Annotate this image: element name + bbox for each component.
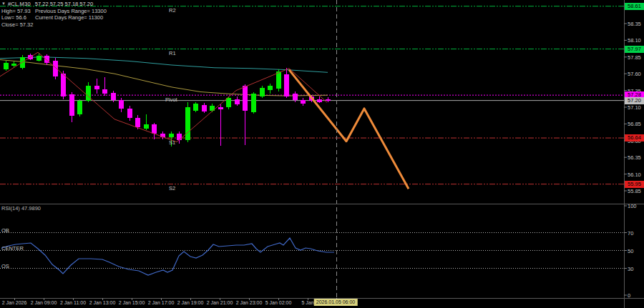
level-label-s2: S2 (169, 185, 175, 192)
rsi-tick-label: 0 (628, 292, 630, 299)
crosshair-time-badge: 2026.01.05 06:00 (314, 299, 358, 306)
level-label-pivot: Pivot (165, 96, 177, 103)
price-tick-label: 58.35 (628, 21, 641, 27)
price-tick-label: 56.10 (628, 172, 641, 178)
price-badge-resistance: 57.97 (625, 46, 644, 53)
price-tick-label: 57.85 (628, 54, 641, 61)
price-badge-resistance: 58.61 (625, 3, 644, 10)
price-tick-label: 56.35 (628, 154, 641, 161)
time-axis-label: 2 Jan 2026 (2, 299, 27, 306)
rsi-tick-label: 70 (628, 230, 633, 237)
info-row-high: High= 57.93Previous Days Range= 13300 (1, 8, 107, 15)
time-axis-label: 2 Jan 13:00 (89, 299, 116, 306)
time-axis-label: 2 Jan 11:00 (60, 299, 86, 306)
time-axis-label: 2 Jan 21:00 (207, 299, 233, 306)
symbol-period-label: #CL,M30 (8, 1, 31, 7)
rsi-indicator-title: RSI(14) 47.9890 (1, 205, 41, 212)
price-badge-support: 55.95 (625, 181, 644, 188)
rsi-line (2, 238, 334, 275)
zigzag-line (0, 52, 327, 142)
level-label-r1: R1 (169, 50, 176, 56)
time-axis-label: 2 Jan 17:00 (148, 299, 175, 306)
price-badge-support: 56.64 (625, 134, 644, 141)
price-tick-label: 57.10 (628, 104, 641, 111)
close-readout: Close= 57.32 (1, 21, 33, 28)
rsi-level-label-ob: OB (1, 227, 9, 234)
rsi-tick-label: 50 (628, 248, 633, 254)
trading-chart-window: ▼#CL,M3057.22 57.25 57.18 57.20 High= 57… (0, 0, 644, 308)
time-axis-label: 5 Jan 02:00 (265, 299, 292, 306)
price-tick-label: 57.60 (628, 71, 641, 77)
price-tick-label: 58.10 (628, 37, 641, 44)
chart-canvas[interactable] (0, 0, 644, 308)
rsi-level-label-os: OS (1, 263, 9, 269)
rsi-level-label-center: CENTER (1, 245, 24, 252)
symbol-info-panel: ▼#CL,M3057.22 57.25 57.18 57.20 High= 57… (1, 1, 107, 28)
high-readout: High= 57.93 (1, 8, 34, 15)
rsi-tick-label: 100 (628, 203, 637, 209)
prev-range-readout: Previous Days Range= 13300 (35, 8, 107, 14)
time-axis-label: 5 Jan (301, 299, 313, 306)
price-tick-label: 56.85 (628, 121, 641, 127)
time-axis-label: 2 Jan 19:00 (177, 299, 204, 306)
ohlc-readout: 57.22 57.25 57.18 57.20 (35, 1, 93, 7)
forecast-line (289, 70, 409, 189)
low-readout: Low= 56.6 (1, 14, 34, 21)
rsi-tick-label: 30 (628, 266, 633, 272)
time-axis-label: 2 Jan 15:00 (119, 299, 145, 306)
time-axis-label: 2 Jan 09:00 (31, 299, 57, 306)
price-badge-current: 57.20 (625, 97, 644, 104)
price-tick-label: 55.85 (628, 188, 641, 194)
time-axis-label: 2 Jan 23:00 (236, 299, 263, 306)
symbol-dropdown-icon[interactable]: ▼ (1, 1, 6, 8)
level-label-r2: R2 (169, 7, 176, 14)
level-label-s1: S1 (169, 139, 175, 146)
curr-range-readout: Current Days Range= 11300 (35, 14, 103, 21)
symbol-title-row: ▼#CL,M3057.22 57.25 57.18 57.20 (1, 1, 107, 8)
info-row-close: Close= 57.32 (1, 21, 107, 29)
info-row-low: Low= 56.6Current Days Range= 11300 (1, 14, 107, 21)
